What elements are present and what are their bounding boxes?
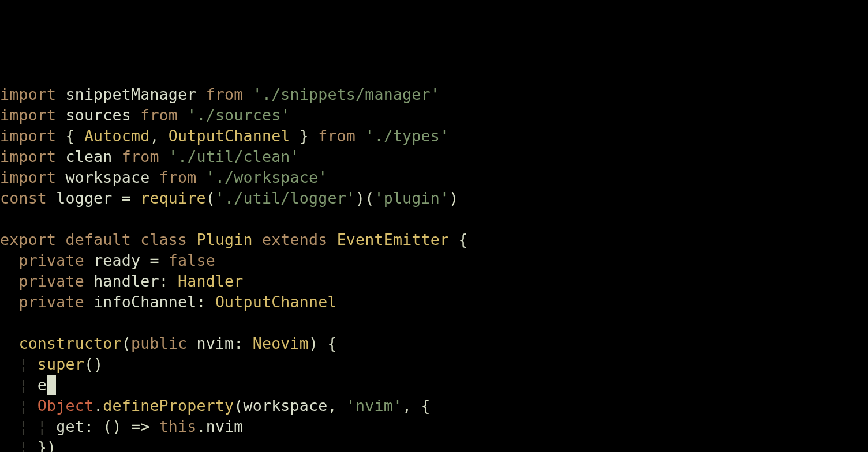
code-token-kw: class	[140, 231, 187, 248]
code-token-punct	[356, 127, 365, 145]
code-token-indent: ¦	[18, 376, 28, 394]
code-line[interactable]: private infoChannel: OutputChannel	[0, 292, 868, 312]
code-token-punct	[187, 334, 196, 352]
code-token-kw: import	[0, 127, 56, 145]
code-line[interactable]: import clean from './util/clean'	[0, 146, 868, 167]
code-line[interactable]: constructor(public nvim: Neovim) {	[0, 333, 868, 354]
code-token-kw: import	[0, 85, 56, 103]
code-line[interactable]: export default class Plugin extends Even…	[0, 229, 868, 250]
code-token-punct	[253, 231, 262, 248]
code-token-kw: private	[18, 293, 84, 311]
code-token-punct	[187, 231, 196, 248]
code-token-punct	[56, 168, 65, 186]
code-token-type: OutputChannel	[169, 127, 290, 145]
code-token-type: Neovim	[253, 334, 309, 352]
code-token-str: './sources'	[187, 106, 290, 124]
code-token-punct: ()	[84, 355, 103, 373]
code-token-kw: from	[122, 148, 159, 165]
code-token-punct: =	[140, 251, 169, 269]
code-token-kw: private	[18, 251, 84, 269]
code-token-punct	[0, 397, 18, 415]
code-token-indent: ¦	[18, 417, 28, 435]
code-token-punct	[0, 417, 18, 435]
code-token-punct: , {	[402, 397, 431, 415]
code-token-punct	[0, 293, 18, 311]
code-token-punct	[47, 189, 56, 207]
code-token-type: Autocmd	[84, 127, 149, 145]
code-line[interactable]: import { Autocmd, OutputChannel } from '…	[0, 126, 868, 146]
code-token-punct: =	[113, 189, 141, 207]
code-token-punct: (	[122, 334, 131, 352]
code-token-ident: e	[38, 376, 47, 394]
code-token-punct	[149, 168, 159, 186]
code-token-str: './types'	[365, 127, 449, 145]
code-token-punct: ,	[149, 127, 168, 145]
code-token-kw: default	[65, 231, 130, 248]
code-token-ident: clean	[65, 148, 112, 165]
code-line[interactable]: ¦ })	[0, 437, 868, 452]
code-token-ident: nvim	[206, 417, 244, 435]
code-token-fn: defineProperty	[103, 397, 234, 415]
code-line[interactable]: ¦ ¦ get: () => this.nvim	[0, 416, 868, 437]
code-token-punct	[84, 251, 93, 269]
code-token-punct	[84, 272, 93, 290]
code-token-kw: private	[18, 272, 84, 290]
code-token-kw: from	[318, 127, 356, 145]
code-token-ident: infoChannel	[93, 293, 196, 311]
code-line[interactable]: import snippetManager from './snippets/m…	[0, 84, 868, 105]
code-token-punct	[178, 106, 187, 124]
code-token-punct: {	[449, 231, 467, 248]
code-token-punct	[0, 251, 18, 269]
code-token-ident: snippetManager	[65, 85, 196, 103]
code-token-kw: import	[0, 106, 56, 124]
code-token-punct	[0, 272, 18, 290]
code-line[interactable]: import workspace from './workspace'	[0, 167, 868, 188]
code-line[interactable]: private ready = false	[0, 250, 868, 271]
code-line[interactable]: ¦ super()	[0, 354, 868, 375]
code-token-punct	[0, 334, 18, 352]
code-token-punct	[196, 168, 205, 186]
code-line[interactable]	[0, 209, 868, 229]
code-token-obj: Object	[38, 397, 93, 415]
code-token-punct	[327, 231, 336, 248]
code-token-indent: ¦	[18, 397, 28, 415]
code-token-punct	[84, 293, 93, 311]
code-line[interactable]: const logger = require('./util/logger')(…	[0, 188, 868, 209]
code-token-punct	[28, 417, 38, 435]
code-token-ident: nvim	[196, 334, 234, 352]
code-token-str: 'plugin'	[374, 189, 449, 207]
code-token-punct	[47, 417, 56, 435]
code-token-kw: from	[206, 85, 244, 103]
code-editor[interactable]: import snippetManager from './snippets/m…	[0, 84, 868, 452]
code-token-punct: ,	[327, 397, 346, 415]
code-token-ident: workspace	[244, 397, 328, 415]
code-token-fn: super	[38, 355, 84, 373]
code-token-type: EventEmitter	[337, 231, 450, 248]
code-token-kw: from	[159, 168, 197, 186]
code-token-punct	[28, 355, 38, 373]
code-token-punct	[159, 148, 169, 165]
code-token-punct: :	[196, 293, 215, 311]
code-token-punct	[56, 85, 65, 103]
code-token-kw: import	[0, 168, 56, 186]
code-token-bool: false	[169, 251, 215, 269]
code-token-kw: this	[159, 417, 197, 435]
code-token-punct	[131, 106, 140, 124]
code-token-ident: handler	[93, 272, 159, 290]
code-line[interactable]: import sources from './sources'	[0, 105, 868, 126]
code-line[interactable]: ¦ Object.defineProperty(workspace, 'nvim…	[0, 396, 868, 416]
code-token-ident: workspace	[65, 168, 149, 186]
code-token-str: './util/clean'	[169, 148, 300, 165]
code-line[interactable]: private handler: Handler	[0, 271, 868, 292]
code-token-indent: ¦	[18, 355, 28, 373]
code-line[interactable]: ¦ e	[0, 375, 868, 396]
code-token-punct	[196, 85, 205, 103]
code-token-punct	[56, 148, 65, 165]
code-token-kw: const	[0, 189, 47, 207]
code-token-punct	[131, 231, 140, 248]
code-line[interactable]	[0, 312, 868, 333]
code-token-punct	[244, 85, 253, 103]
code-token-kw: public	[131, 334, 187, 352]
code-token-punct: : () =>	[84, 417, 159, 435]
code-token-punct: :	[234, 334, 252, 352]
